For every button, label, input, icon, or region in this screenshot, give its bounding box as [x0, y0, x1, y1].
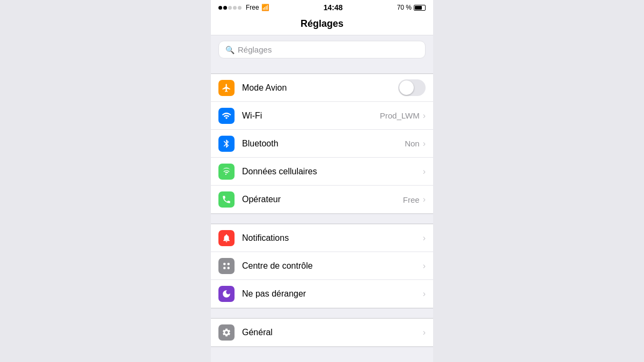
battery-fill	[415, 6, 422, 10]
carrier-chevron: ›	[423, 195, 426, 204]
carrier-label-row: Opérateur	[242, 195, 403, 204]
page-title: Réglages	[301, 18, 343, 29]
wifi-value: Prod_LWM	[380, 111, 420, 120]
phone-icon	[218, 191, 235, 208]
dnd-label: Ne pas déranger	[242, 289, 423, 299]
svg-point-3	[228, 267, 230, 269]
dnd-row[interactable]: Ne pas déranger ›	[211, 280, 433, 308]
bluetooth-value: Non	[405, 139, 420, 148]
search-bar[interactable]: 🔍 Réglages	[218, 41, 426, 58]
general-chevron: ›	[423, 328, 426, 337]
general-row[interactable]: Général ›	[211, 319, 433, 346]
wifi-row[interactable]: Wi-Fi Prod_LWM ›	[211, 102, 433, 130]
wifi-label: Wi-Fi	[242, 111, 380, 121]
status-left: Free 📶	[218, 4, 269, 11]
airplane-label: Mode Avion	[242, 83, 398, 93]
general-group: Général ›	[211, 318, 433, 347]
signal-dot-5	[238, 6, 241, 10]
status-bar: Free 📶 14:48 70 %	[211, 0, 433, 15]
dnd-icon	[218, 286, 235, 302]
search-icon: 🔍	[225, 46, 235, 54]
control-center-label: Centre de contrôle	[242, 261, 423, 271]
airplane-toggle-knob	[399, 80, 414, 95]
search-bar-container: 🔍 Réglages	[211, 35, 433, 64]
signal-dot-4	[233, 6, 237, 10]
status-right: 70 %	[397, 4, 426, 11]
time-label: 14:48	[324, 3, 343, 12]
cellular-label: Données cellulaires	[242, 167, 423, 176]
settings-scroll[interactable]: Mode Avion Wi-Fi Prod_LWM ›	[211, 64, 433, 362]
battery-icon	[414, 5, 426, 11]
bluetooth-label: Bluetooth	[242, 139, 405, 149]
control-center-chevron: ›	[423, 261, 426, 271]
bluetooth-icon	[218, 136, 235, 152]
phone-container: Free 📶 14:48 70 % Réglages 🔍 Réglages	[211, 0, 433, 362]
wifi-icon: 📶	[261, 4, 269, 11]
svg-point-0	[223, 263, 226, 265]
general-label: Général	[242, 328, 423, 337]
bluetooth-row[interactable]: Bluetooth Non ›	[211, 130, 433, 158]
wifi-chevron: ›	[423, 111, 426, 121]
airplane-icon	[218, 80, 235, 96]
carrier-value: Free	[403, 195, 420, 204]
control-center-row[interactable]: Centre de contrôle ›	[211, 252, 433, 280]
battery-percent: 70 %	[397, 4, 412, 11]
signal-dot-2	[223, 6, 227, 10]
dnd-chevron: ›	[423, 289, 426, 299]
bluetooth-chevron: ›	[423, 139, 426, 149]
airplane-row[interactable]: Mode Avion	[211, 74, 433, 102]
nav-bar: Réglages	[211, 15, 433, 35]
search-placeholder: Réglages	[238, 45, 272, 54]
svg-point-2	[223, 267, 226, 269]
airplane-toggle[interactable]	[398, 79, 426, 96]
cellular-row[interactable]: Données cellulaires ›	[211, 158, 433, 186]
notifications-group: Notifications › Centre de contrôle ›	[211, 224, 433, 308]
control-center-icon	[218, 258, 235, 274]
cellular-chevron: ›	[423, 167, 426, 176]
notifications-label: Notifications	[242, 233, 423, 243]
cellular-icon	[218, 164, 235, 180]
notifications-icon	[218, 230, 235, 246]
signal-dots	[218, 6, 241, 10]
notifications-row[interactable]: Notifications ›	[211, 224, 433, 252]
general-icon	[218, 324, 235, 341]
svg-point-1	[228, 263, 230, 265]
notifications-chevron: ›	[423, 233, 426, 243]
connectivity-group: Mode Avion Wi-Fi Prod_LWM ›	[211, 73, 433, 214]
signal-dot-3	[228, 6, 232, 10]
wifi-icon-btn	[218, 108, 235, 124]
carrier-label: Free	[246, 4, 259, 11]
signal-dot-1	[218, 6, 222, 10]
carrier-row[interactable]: Opérateur Free ›	[211, 186, 433, 213]
